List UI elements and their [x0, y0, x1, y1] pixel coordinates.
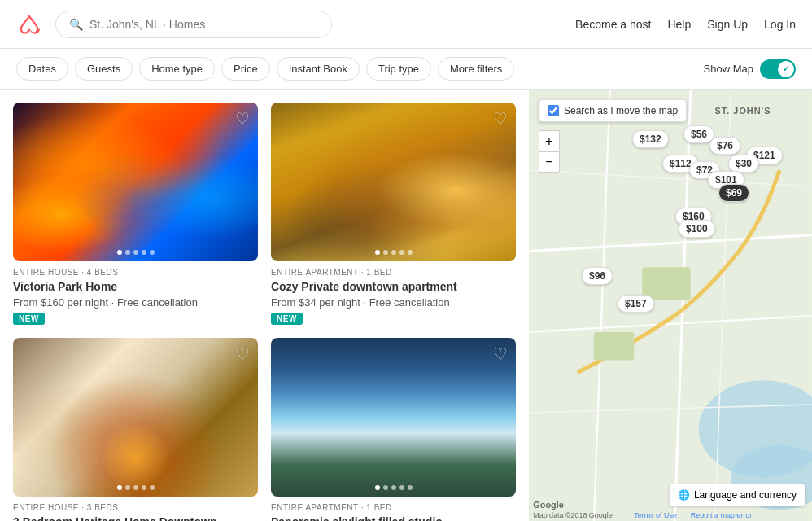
dot [133, 485, 138, 490]
zoom-out-button[interactable]: − [539, 151, 560, 173]
price-pin[interactable]: $96 [582, 267, 613, 285]
dot [408, 250, 413, 255]
listing-card[interactable]: ♡ ENTIRE APARTMENT · 1 BED Cozy Private … [271, 103, 516, 325]
show-map-toggle[interactable] [760, 59, 796, 79]
log-in-link[interactable]: Log In [764, 18, 796, 31]
price-pin[interactable]: $30 [728, 155, 759, 173]
listings-panel: ♡ ENTIRE HOUSE · 4 BEDS Victoria Park Ho… [0, 90, 529, 521]
new-badge: NEW [271, 313, 303, 325]
price-pin-active[interactable]: $69 [718, 184, 749, 202]
dot [408, 485, 413, 490]
listing-info: ENTIRE APARTMENT · 1 BED Cozy Private do… [271, 261, 516, 325]
dot [383, 250, 388, 255]
listing-image: ♡ [271, 338, 516, 497]
listing-type: ENTIRE HOUSE · 4 BEDS [13, 268, 258, 277]
main-content: ♡ ENTIRE HOUSE · 4 BEDS Victoria Park Ho… [0, 90, 812, 521]
image-dots [375, 250, 413, 255]
show-map-control: Show Map [704, 59, 796, 79]
dot [375, 485, 380, 490]
dot [117, 250, 122, 255]
listings-grid: ♡ ENTIRE HOUSE · 4 BEDS Victoria Park Ho… [13, 103, 516, 521]
svg-text:Report a map error: Report a map error [691, 511, 752, 519]
show-map-label: Show Map [704, 63, 753, 75]
header-nav: Become a host Help Sign Up Log In [575, 18, 796, 31]
svg-text:ST. JOHN'S: ST. JOHN'S [715, 106, 771, 116]
wishlist-button[interactable]: ♡ [235, 346, 250, 362]
price-pin[interactable]: $76 [709, 137, 740, 155]
svg-text:Google: Google [533, 500, 564, 510]
globe-icon: 🌐 [678, 489, 690, 501]
search-as-move-checkbox[interactable] [548, 105, 559, 116]
search-bar[interactable]: 🔍 [55, 11, 332, 38]
toggle-knob [778, 61, 794, 77]
price-pin[interactable]: $100 [679, 220, 715, 238]
price-pin[interactable]: $157 [618, 295, 654, 313]
instant-book-filter[interactable]: Instant Book [277, 57, 360, 81]
dot [399, 250, 404, 255]
guests-filter[interactable]: Guests [75, 57, 133, 81]
listing-type: ENTIRE HOUSE · 3 BEDS [13, 503, 258, 512]
search-as-move-bar: Search as I move the map [539, 99, 687, 122]
new-badge: NEW [13, 313, 45, 325]
dot [117, 485, 122, 490]
image-dots [375, 485, 413, 490]
price-pin[interactable]: $56 [683, 125, 714, 143]
listing-card[interactable]: ♡ ENTIRE HOUSE · 3 BEDS 3 Bedroom Herita… [13, 338, 258, 521]
more-filters-button[interactable]: More filters [438, 57, 514, 81]
lang-currency-label: Language and currency [694, 489, 797, 501]
listing-type: ENTIRE APARTMENT · 1 BED [271, 503, 516, 512]
dot [125, 485, 130, 490]
wishlist-button[interactable]: ♡ [493, 111, 508, 127]
listing-card[interactable]: ♡ ENTIRE APARTMENT · 1 BED Panoramic sky… [271, 338, 516, 521]
svg-text:Terms of Use: Terms of Use [634, 511, 677, 519]
dates-filter[interactable]: Dates [16, 57, 68, 81]
dot [150, 485, 155, 490]
language-currency-button[interactable]: 🌐 Language and currency [669, 484, 805, 506]
image-dots [117, 485, 155, 490]
search-as-move-label: Search as I move the map [564, 105, 678, 116]
listing-image: ♡ [271, 103, 516, 261]
listing-info: ENTIRE APARTMENT · 1 BED Panoramic skyli… [271, 497, 516, 521]
dot [142, 250, 146, 255]
price-pin[interactable]: $132 [632, 130, 669, 148]
svg-rect-11 [594, 332, 635, 361]
map-background: ST. JOHN'S Map data ©2018 Google Terms o… [529, 90, 812, 521]
listing-title: Panoramic skylight filled studio [271, 514, 516, 521]
filter-bar: Dates Guests Home type Price Instant Boo… [0, 49, 812, 90]
listing-title: Cozy Private downtown apartment [271, 279, 516, 294]
airbnb-logo[interactable] [16, 11, 42, 37]
dot [150, 250, 155, 255]
trip-type-filter[interactable]: Trip type [366, 57, 431, 81]
dot [383, 485, 388, 490]
listing-title: Victoria Park Home [13, 279, 258, 294]
sign-up-link[interactable]: Sign Up [707, 18, 748, 31]
become-host-link[interactable]: Become a host [575, 18, 651, 31]
svg-rect-10 [642, 267, 691, 300]
listing-info: ENTIRE HOUSE · 4 BEDS Victoria Park Home… [13, 261, 258, 325]
home-type-filter[interactable]: Home type [139, 57, 215, 81]
listing-price: From $34 per night · Free cancellation [271, 296, 516, 309]
listing-info: ENTIRE HOUSE · 3 BEDS 3 Bedroom Heritage… [13, 497, 258, 521]
dot [399, 485, 404, 490]
listing-type: ENTIRE APARTMENT · 1 BED [271, 268, 516, 277]
wishlist-button[interactable]: ♡ [493, 346, 508, 362]
dot [133, 250, 138, 255]
help-link[interactable]: Help [667, 18, 691, 31]
dot [142, 485, 146, 490]
listing-price: From $160 per night · Free cancellation [13, 296, 258, 309]
dot [391, 485, 396, 490]
search-icon: 🔍 [69, 18, 83, 31]
dot [125, 250, 130, 255]
price-filter[interactable]: Price [221, 57, 270, 81]
header: 🔍 Become a host Help Sign Up Log In [0, 0, 812, 49]
listing-title: 3 Bedroom Heritage Home Downtown [13, 514, 258, 521]
dot [375, 250, 380, 255]
listing-card[interactable]: ♡ ENTIRE HOUSE · 4 BEDS Victoria Park Ho… [13, 103, 258, 325]
svg-text:Map data ©2018 Google: Map data ©2018 Google [533, 511, 612, 519]
wishlist-button[interactable]: ♡ [235, 111, 250, 127]
map-panel: ST. JOHN'S Map data ©2018 Google Terms o… [529, 90, 812, 521]
zoom-controls: + − [539, 130, 560, 173]
dot [391, 250, 396, 255]
zoom-in-button[interactable]: + [539, 130, 560, 151]
search-input[interactable] [89, 18, 318, 31]
